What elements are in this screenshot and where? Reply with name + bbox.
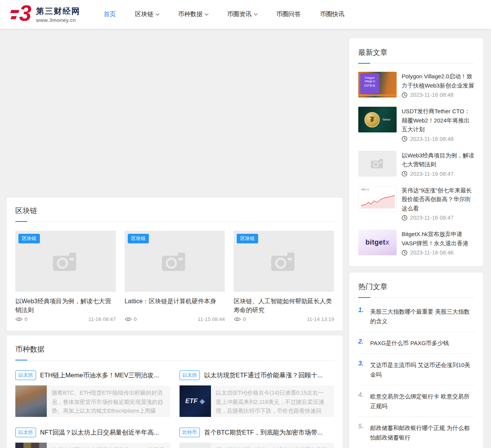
article-body: 据《纽约时报》报道，全球首个比特币交易所 <box>180 443 334 448</box>
article-title[interactable]: 以Web3经典项目为例，解读七大营销法则 <box>15 297 116 314</box>
chevron-down-icon <box>156 12 160 16</box>
article-excerpt: 随着比特币价格在近期大幅飙升，NFT(非同质 <box>47 443 170 448</box>
view-count: 0 <box>243 316 246 322</box>
nav-item-news[interactable]: 币圈资讯 <box>217 0 267 29</box>
article-thumbnail <box>15 385 47 417</box>
list-item[interactable]: ₮ Tether USDT发行商Tether CTO：颠覆Web2！2024年将… <box>358 107 474 142</box>
article-header[interactable]: 以太坊 NFT回温？以太坊上日交易量创近半年高... <box>15 428 170 437</box>
blockchain-section: 区块链 区块链 以Web3经典项目为例，解读七大营销法则 0 11-16 08:… <box>7 198 343 331</box>
latest-articles-list: Polygon Village is OPEN Polygon Village2… <box>358 64 474 256</box>
article-date: 11-16 08:47 <box>89 316 116 322</box>
list-item[interactable]: 4. 欧意交易所怎么绑定银行卡 欧意交易所正规吗 <box>358 385 474 417</box>
latest-articles-title: 最新文章 <box>358 48 474 64</box>
list-item[interactable]: 3. 艾达币是主流币吗 艾达币还会涨到10美金吗 <box>358 354 474 385</box>
rank-number: 2. <box>358 338 365 348</box>
article-thumbnail: ₮ Tether <box>358 107 397 132</box>
article-title[interactable]: Lattice：区块链是计算机硬件本身 <box>125 297 225 314</box>
list-item[interactable]: 2. PAXG是什么币 PAXG币多少钱 <box>358 332 474 354</box>
article-title[interactable]: Polygon Village2.0启动！致力于扶植Web3新创企业发展 <box>402 72 474 90</box>
article-time: 2023-11-16 08:48 <box>402 92 474 98</box>
article-thumbnail <box>15 443 47 448</box>
article-thumbnail: Polygon Village is OPEN <box>358 72 397 98</box>
chevron-down-icon <box>254 12 258 16</box>
hot-articles-list: 1. 美股三大指数哪个最重要 美股三大指数的含义 2. PAXG是什么币 PAX… <box>358 298 474 448</box>
hot-articles-title: 热门文章 <box>358 282 474 298</box>
list-item[interactable]: Polygon Village is OPEN Polygon Village2… <box>358 72 474 98</box>
camera-placeholder-icon <box>371 159 384 169</box>
article-card[interactable]: 区块链 以Web3经典项目为例，解读七大营销法则 0 11-16 08:47 <box>15 231 116 322</box>
page-body: 区块链 区块链 以Web3经典项目为例，解读七大营销法则 0 11-16 08:… <box>7 29 484 448</box>
list-item[interactable]: bitgetx BitgetX.hk宣布放弃申请VASP牌照！永久退出香港 20… <box>358 230 474 256</box>
article-thumbnail: 区块链 <box>15 231 116 292</box>
list-item[interactable]: 1. 美股三大指数哪个最重要 美股三大指数的含义 <box>358 301 474 332</box>
blockchain-section-title: 区块链 <box>15 206 334 222</box>
list-item[interactable]: 以Web3经典项目为例，解读七大营销法则 2023-11-16 08:47 <box>358 151 474 177</box>
nav-item-flash[interactable]: 币圈快讯 <box>310 0 354 29</box>
article-title[interactable]: 区块链、人工智能如何帮助延长人类寿命的研究 <box>234 297 334 314</box>
clock-icon <box>402 136 407 142</box>
nav-item-qa[interactable]: 币圈问答 <box>267 0 310 29</box>
view-count: 0 <box>134 316 137 322</box>
ethereum-icon: ◆ <box>199 397 205 405</box>
eye-icon <box>234 317 241 322</box>
article-card[interactable]: 区块链 Lattice：区块链是计算机硬件本身 0 11-15 08:44 <box>125 231 225 322</box>
camera-placeholder-icon <box>271 252 297 271</box>
category-tag[interactable]: 以太坊 <box>180 370 200 380</box>
category-tag[interactable]: 区块链 <box>18 234 40 243</box>
article-thumbnail <box>358 151 397 177</box>
coindata-section: 币种数据 以太坊 ETH链上Meme币油水多！MEV三明治攻... 随着BTC、… <box>7 336 343 448</box>
article-title[interactable]: 英伟达“9连涨”创七年来最长 股价能否再创新高？华尔街这么看 <box>402 186 474 213</box>
clock-icon <box>402 92 407 98</box>
article-card[interactable]: 区块链 区块链、人工智能如何帮助延长人类寿命的研究 0 11-14 13:19 <box>234 231 334 322</box>
category-tag[interactable]: 区块链 <box>237 234 258 243</box>
article-header[interactable]: 以太坊 ETH链上Meme币油水多！MEV三明治攻... <box>15 370 170 380</box>
camera-placeholder-icon <box>53 252 78 271</box>
category-tag[interactable]: 区块链 <box>128 234 149 243</box>
list-item[interactable]: 5. 邮政储蓄和邮政银行哪个正规 为什么都怕邮政储蓄银行 <box>358 417 474 448</box>
nav-item-home[interactable]: 首页 <box>94 0 125 29</box>
rank-number: 3. <box>358 360 365 379</box>
article-thumbnail: ETF ◆ <box>180 385 211 417</box>
article-body: 随着比特币价格在近期大幅飙升，NFT(非同质 <box>15 443 170 448</box>
list-item[interactable]: 488.22 英伟达“9连涨”创七年来最长 股价能否再创新高？华尔街这么看 20… <box>358 186 474 221</box>
article-title[interactable]: BitgetX.hk宣布放弃申请VASP牌照！永久退出香港 <box>402 230 474 248</box>
article-title[interactable]: 艾达币是主流币吗 艾达币还会涨到10美金吗 <box>370 360 474 379</box>
article-title[interactable]: USDT发行商Tether CTO：颠覆Web2！2024年将推出五大计划 <box>402 107 474 134</box>
rank-number: 5. <box>358 423 365 442</box>
article-title[interactable]: 美股三大指数哪个最重要 美股三大指数的含义 <box>370 307 474 326</box>
nav-item-coindata[interactable]: 币种数据 <box>168 0 217 29</box>
category-tag[interactable]: 以太坊 <box>15 370 36 380</box>
view-count: 0 <box>25 316 28 322</box>
article-title[interactable]: 以太坊现货ETF通过币价能暴涨？回顾十... <box>204 371 323 380</box>
article-header[interactable]: 以太坊 以太坊现货ETF通过币价能暴涨？回顾十... <box>180 370 334 380</box>
article-title[interactable]: 首个BTC期货ETF，到底能为加密市场带... <box>204 428 323 437</box>
site-logo[interactable]: 3 第三财经网 www.3money.cn <box>11 5 80 25</box>
article-title[interactable]: 欧意交易所怎么绑定银行卡 欧意交易所正规吗 <box>370 392 474 411</box>
clock-icon <box>402 215 407 221</box>
coindata-item-grid: 以太坊 ETH链上Meme币油水多！MEV三明治攻... 随着BTC、ETH现货… <box>15 370 334 448</box>
article-excerpt: 据《纽约时报》报道，全球首个比特币交易所 <box>211 443 334 448</box>
article-title[interactable]: 邮政储蓄和邮政银行哪个正规 为什么都怕邮政储蓄银行 <box>370 423 474 442</box>
chevron-down-icon <box>205 12 209 16</box>
nav-item-blockchain[interactable]: 区块链 <box>125 0 168 29</box>
article-title[interactable]: ETH链上Meme币油水多！MEV三明治攻... <box>40 371 159 380</box>
article-title[interactable]: NFT回温？以太坊上日交易量创近半年高... <box>40 428 159 437</box>
eye-icon <box>15 317 23 322</box>
article-title[interactable]: PAXG是什么币 PAXG币多少钱 <box>370 338 449 348</box>
tether-coin-icon: ₮ <box>364 112 380 127</box>
list-item: 比特币 首个BTC期货ETF，到底能为加密市场带... 据《纽约时报》报道，全球… <box>180 428 334 448</box>
article-thumbnail: bitgetx <box>358 230 397 255</box>
clock-icon <box>402 171 407 177</box>
blockchain-card-grid: 区块链 以Web3经典项目为例，解读七大营销法则 0 11-16 08:47 区… <box>15 231 334 322</box>
eye-icon <box>125 317 132 322</box>
category-tag[interactable]: 比特币 <box>180 428 200 437</box>
clock-icon <box>402 250 407 256</box>
article-title[interactable]: 以Web3经典项目为例，解读七大营销法则 <box>402 151 474 169</box>
camera-placeholder-icon <box>162 252 187 271</box>
category-tag[interactable]: 以太坊 <box>15 428 36 437</box>
site-header: 3 第三财经网 www.3money.cn 首页 区块链 币种数据 币圈资讯 币… <box>0 0 491 29</box>
latest-articles-panel: 最新文章 Polygon Village is OPEN Polygon Vil… <box>349 38 483 266</box>
article-excerpt: 以太坊(ETH)价格在今(14)日凌晨0:15左右一度上冲最高来到2,118美元… <box>211 385 334 417</box>
article-header[interactable]: 比特币 首个BTC期货ETF，到底能为加密市场带... <box>180 428 334 437</box>
article-time: 2023-11-16 08:46 <box>402 250 474 256</box>
